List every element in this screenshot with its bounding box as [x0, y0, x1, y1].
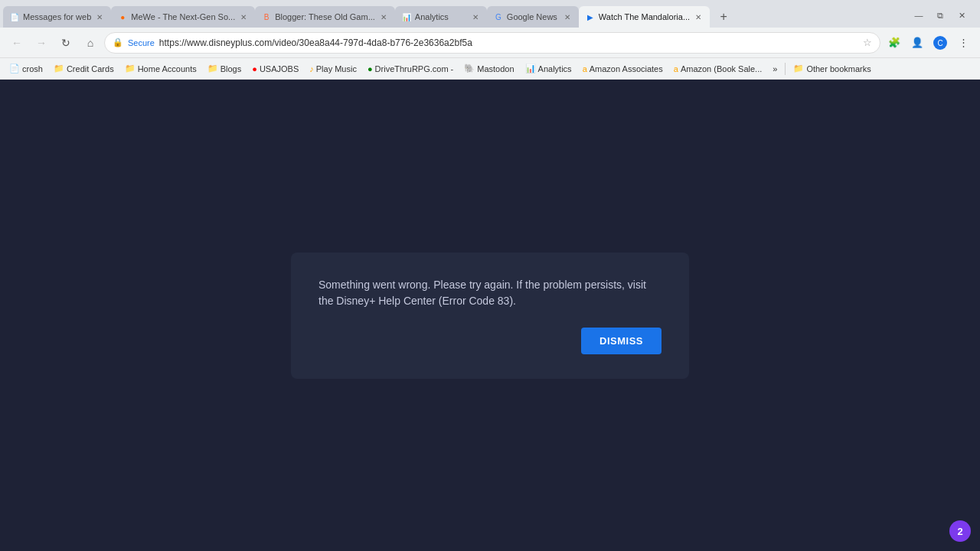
- bookmark-more[interactable]: »: [768, 63, 782, 75]
- tab-messages[interactable]: 📄 Messages for web ✕: [3, 6, 111, 28]
- bookmark-amazon-book[interactable]: a Amazon (Book Sale...: [669, 63, 767, 75]
- bookmark-drivethru-icon: ●: [368, 64, 373, 73]
- bookmark-usajobs-icon: ●: [252, 64, 257, 73]
- tab-favicon-disneyplus: ▶: [585, 11, 596, 22]
- tab-close-messages[interactable]: ✕: [94, 11, 105, 22]
- tab-googlenews[interactable]: G Google News ✕: [487, 6, 579, 28]
- settings-button[interactable]: ⋮: [952, 32, 974, 54]
- address-bar[interactable]: 🔒 Secure https://www.disneyplus.com/vide…: [104, 32, 880, 54]
- bookmark-creditcards-label: Credit Cards: [67, 64, 114, 73]
- tab-close-disneyplus[interactable]: ✕: [693, 11, 704, 22]
- bookmark-playmusic[interactable]: ♪ Play Music: [305, 63, 361, 75]
- bookmark-drivethru-label: DriveThruRPG.com -: [375, 64, 454, 73]
- bookmark-home-accounts[interactable]: 📁 Home Accounts: [120, 62, 201, 75]
- page-content: Something went wrong. Please try again. …: [0, 80, 980, 551]
- forward-button[interactable]: →: [31, 32, 52, 54]
- tab-close-analytics[interactable]: ✕: [470, 11, 481, 22]
- bookmark-analytics-icon: 📊: [525, 64, 536, 73]
- bookmark-separator: [785, 63, 786, 75]
- bookmark-drivethru[interactable]: ● DriveThruRPG.com -: [363, 63, 458, 75]
- bookmark-crosh[interactable]: 📄 crosh: [5, 62, 47, 75]
- bookmark-mastodon-icon: 🐘: [464, 64, 475, 73]
- bookmark-playmusic-icon: ♪: [309, 64, 314, 73]
- new-tab-button[interactable]: +: [713, 6, 734, 28]
- tab-label-disneyplus: Watch The Mandaloria...: [599, 12, 690, 21]
- svg-text:C: C: [937, 39, 942, 47]
- bookmark-analytics-label: Analytics: [538, 64, 572, 73]
- tab-favicon-analytics: 📊: [401, 11, 412, 22]
- tab-favicon-messages: 📄: [9, 11, 20, 22]
- tab-close-mewe[interactable]: ✕: [238, 11, 249, 22]
- bookmark-amazon-assoc-icon: a: [583, 64, 587, 73]
- bookmark-crosh-icon: 📄: [9, 64, 20, 73]
- tab-label-analytics: Analytics: [415, 12, 467, 21]
- bookmark-amazon-assoc-label: Amazon Associates: [590, 64, 663, 73]
- bookmark-usajobs[interactable]: ● USAJOBS: [247, 63, 303, 75]
- secure-label: Secure: [128, 38, 155, 47]
- bookmark-mastodon[interactable]: 🐘 Mastodon: [459, 62, 518, 75]
- bookmark-credit-cards[interactable]: 📁 Credit Cards: [49, 62, 119, 75]
- bookmark-crosh-label: crosh: [22, 64, 43, 73]
- bookmarks-bar: 📄 crosh 📁 Credit Cards 📁 Home Accounts 📁…: [0, 58, 980, 80]
- bookmark-creditcards-icon: 📁: [54, 64, 64, 73]
- bookmark-analytics[interactable]: 📊 Analytics: [521, 62, 577, 75]
- tab-bar: 📄 Messages for web ✕ ● MeWe - The Next-G…: [0, 0, 980, 28]
- notification-badge[interactable]: 2: [949, 520, 971, 542]
- reload-button[interactable]: ↻: [55, 32, 77, 54]
- bookmark-other-icon: 📁: [793, 64, 804, 73]
- navigation-bar: ← → ↻ ⌂ 🔒 Secure https://www.disneyplus.…: [0, 28, 980, 58]
- dismiss-button[interactable]: DISMISS: [581, 328, 662, 354]
- tab-close-googlenews[interactable]: ✕: [562, 11, 573, 22]
- url-text: https://www.disneyplus.com/video/30ea8a4…: [159, 37, 858, 48]
- profile-icon[interactable]: C: [929, 32, 951, 54]
- tab-blogger[interactable]: B Blogger: These Old Gam... ✕: [255, 6, 395, 28]
- tab-label-googlenews: Google News: [507, 12, 559, 21]
- bookmark-amazon-book-label: Amazon (Book Sale...: [681, 64, 762, 73]
- tab-favicon-googlenews: G: [493, 11, 504, 22]
- bookmark-more-icon: »: [773, 64, 777, 73]
- error-dialog: Something went wrong. Please try again. …: [291, 253, 689, 379]
- tab-favicon-mewe: ●: [117, 11, 128, 22]
- bookmark-mastodon-label: Mastodon: [477, 64, 514, 73]
- tab-close-blogger[interactable]: ✕: [378, 11, 389, 22]
- bookmark-amazon-associates[interactable]: a Amazon Associates: [578, 63, 668, 75]
- error-actions: DISMISS: [318, 328, 662, 354]
- bookmark-other-label: Other bookmarks: [806, 64, 871, 73]
- bookmark-amazon-book-icon: a: [674, 64, 678, 73]
- tab-analytics[interactable]: 📊 Analytics ✕: [395, 6, 487, 28]
- tab-favicon-blogger: B: [261, 11, 272, 22]
- notification-count: 2: [957, 526, 962, 537]
- bookmark-usajobs-label: USAJOBS: [260, 64, 299, 73]
- secure-icon: 🔒: [113, 37, 123, 47]
- bookmark-blogs-label: Blogs: [220, 64, 242, 73]
- bookmark-blogs-icon: 📁: [207, 64, 218, 73]
- bookmark-homeaccounts-label: Home Accounts: [138, 64, 197, 73]
- tab-label-mewe: MeWe - The Next-Gen So...: [131, 12, 235, 21]
- tab-label-messages: Messages for web: [23, 12, 91, 21]
- minimize-button[interactable]: —: [910, 6, 928, 24]
- restore-button[interactable]: ⧉: [931, 6, 949, 24]
- home-button[interactable]: ⌂: [80, 32, 101, 54]
- extensions-button[interactable]: 🧩: [884, 32, 905, 54]
- bookmark-playmusic-label: Play Music: [316, 64, 357, 73]
- browser-chrome: 📄 Messages for web ✕ ● MeWe - The Next-G…: [0, 0, 980, 80]
- tab-mewe[interactable]: ● MeWe - The Next-Gen So... ✕: [111, 6, 255, 28]
- bookmark-other[interactable]: 📁 Other bookmarks: [789, 62, 875, 75]
- error-message: Something went wrong. Please try again. …: [318, 277, 662, 309]
- bookmark-blogs[interactable]: 📁 Blogs: [203, 62, 247, 75]
- bookmark-homeaccounts-icon: 📁: [125, 64, 136, 73]
- tab-disneyplus[interactable]: ▶ Watch The Mandaloria... ✕: [579, 6, 710, 28]
- google-account-icon[interactable]: 👤: [906, 32, 928, 54]
- tab-label-blogger: Blogger: These Old Gam...: [275, 12, 375, 21]
- bookmark-star-icon[interactable]: ☆: [863, 37, 872, 48]
- close-button[interactable]: ✕: [952, 6, 971, 24]
- back-button[interactable]: ←: [6, 32, 28, 54]
